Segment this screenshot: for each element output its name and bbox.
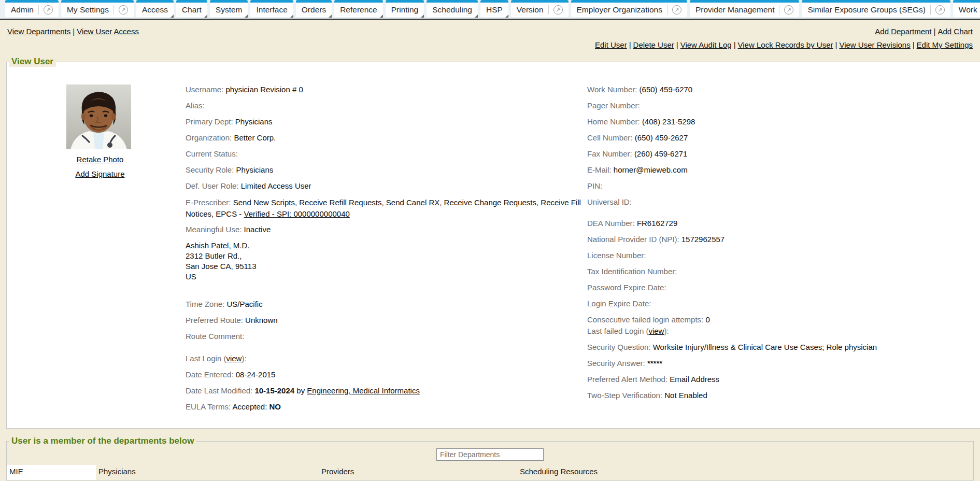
add-chart-link[interactable]: Add Chart: [938, 27, 973, 36]
tab-hsp[interactable]: HSP: [480, 0, 508, 17]
tab-provider-management[interactable]: Provider Management ↗: [690, 0, 800, 17]
tab-interface[interactable]: Interface: [250, 0, 293, 17]
nav-divider: [0, 19, 980, 20]
view-departments-link[interactable]: View Departments: [7, 27, 70, 36]
tab-work-locations[interactable]: Work Locations ↗: [953, 0, 980, 17]
popout-icon[interactable]: ↗: [44, 5, 53, 15]
epcs-verified-spi-link[interactable]: Verified - SPI: 0000000000040: [244, 209, 350, 218]
tab-separator: [779, 5, 779, 15]
delete-user-link[interactable]: Delete User: [633, 40, 674, 49]
department-cell[interactable]: Physicians: [96, 465, 319, 480]
last-login-view-link[interactable]: view: [226, 354, 242, 363]
field-last-login: Last Login (view):: [186, 353, 587, 363]
main-nav: Admin ↗ My Settings ↗ Access Chart Syste…: [0, 0, 980, 19]
link-separator: |: [734, 40, 736, 49]
tab-label: Version: [517, 5, 544, 15]
popout-icon[interactable]: ↗: [935, 5, 945, 15]
field-pin: PIN:: [587, 181, 980, 191]
field-password-expire: Password Expire Date:: [587, 282, 980, 292]
field-email: E-Mail: horner@mieweb.com: [587, 165, 980, 175]
tab-admin[interactable]: Admin ↗: [5, 0, 59, 17]
field-organization: Organization: Better Corp.: [186, 133, 587, 143]
tab-similar-exposure-groups[interactable]: Similar Exposure Groups (SEGs) ↗: [802, 0, 950, 17]
tab-label: Chart: [182, 5, 202, 15]
address-street: 2312 Butler Rd.,: [186, 251, 587, 261]
dropdown-corner-icon: [380, 15, 383, 18]
field-cell-number: Cell Number: (650) 459-2627: [587, 133, 980, 143]
popout-icon[interactable]: ↗: [784, 5, 793, 15]
retake-photo-link[interactable]: Retake Photo: [66, 155, 134, 164]
left-links: View Departments|View User Access: [7, 27, 139, 36]
address-city: San Jose CA, 95113: [186, 261, 587, 272]
filter-departments-input[interactable]: [436, 448, 544, 461]
field-security-answer: Security Answer: *****: [587, 358, 980, 368]
tab-orders[interactable]: Orders: [296, 0, 332, 17]
field-fax-number: Fax Number: (260) 459-6271: [587, 149, 980, 159]
department-cell[interactable]: MIE: [7, 465, 96, 480]
last-failed-login-view-link[interactable]: view: [648, 327, 664, 335]
field-username: Username: physician Revision # 0: [186, 84, 587, 94]
tab-label: Scheduling: [432, 5, 472, 15]
field-security-question: Security Question: Worksite Injury/Illne…: [587, 342, 980, 352]
field-primary-dept: Primary Dept: Physicians: [186, 117, 587, 126]
tab-reference[interactable]: Reference: [334, 0, 383, 17]
view-user-access-link[interactable]: View User Access: [77, 27, 139, 36]
tab-system[interactable]: System: [210, 0, 248, 17]
tab-version[interactable]: Version ↗: [511, 0, 569, 17]
dropdown-corner-icon: [475, 15, 478, 18]
add-signature-link[interactable]: Add Signature: [66, 169, 134, 178]
tab-chart[interactable]: Chart: [176, 0, 207, 17]
field-meaningful-use: Meaningful Use: Inactive: [186, 224, 587, 234]
link-separator: |: [913, 40, 915, 49]
tab-my-settings[interactable]: My Settings ↗: [61, 0, 134, 17]
link-separator: |: [934, 27, 936, 36]
field-license-number: License Number:: [587, 250, 980, 260]
edit-user-link[interactable]: Edit User: [595, 40, 627, 49]
field-last-failed-login: Last failed Login (view):: [587, 326, 980, 336]
add-department-link[interactable]: Add Department: [875, 27, 931, 36]
view-lock-records-link[interactable]: View Lock Records by User: [738, 40, 833, 49]
field-failed-attempts: Consecutive failed login attempts: 0: [587, 315, 980, 324]
tab-employer-organizations[interactable]: Employer Organizations ↗: [571, 0, 687, 17]
dropdown-corner-icon: [505, 15, 508, 18]
field-date-entered: Date Entered: 08-24-2015: [186, 370, 587, 379]
view-user-revisions-link[interactable]: View User Revisions: [839, 40, 910, 49]
tab-label: Admin: [11, 5, 34, 15]
photo-column: Retake Photo Add Signature: [7, 84, 186, 418]
edit-my-settings-link[interactable]: Edit My Settings: [917, 40, 973, 49]
view-user-panel: View User: [6, 56, 980, 429]
tab-printing[interactable]: Printing: [386, 0, 424, 17]
field-home-number: Home Number: (408) 231-5298: [587, 117, 980, 126]
field-pager-number: Pager Number:: [587, 101, 980, 110]
link-separator: |: [835, 40, 837, 49]
address-country: US: [186, 272, 587, 282]
tab-separator: [930, 5, 931, 15]
field-dea-number: DEA Number: FR6162729: [587, 218, 980, 228]
field-alias: Alias:: [186, 101, 587, 110]
dropdown-corner-icon: [204, 15, 207, 18]
field-universal-id: Universal ID:: [587, 197, 980, 207]
dropdown-corner-icon: [171, 15, 174, 18]
field-security-role: Security Role: Physicians: [186, 165, 587, 175]
popout-icon[interactable]: ↗: [553, 5, 563, 15]
tab-separator: [38, 5, 39, 15]
view-audit-log-link[interactable]: View Audit Log: [680, 40, 732, 49]
user-address: Ashish Patel, M.D. 2312 Butler Rd., San …: [186, 240, 587, 282]
tab-label: Interface: [256, 5, 287, 15]
department-cell[interactable]: Scheduling Resources: [517, 465, 973, 480]
tab-access[interactable]: Access: [136, 0, 174, 17]
tab-label: Access: [142, 5, 168, 15]
modified-by-user-link[interactable]: Engineering, Medical Informatics: [307, 386, 420, 395]
departments-panel: User is a member of the departments belo…: [6, 436, 974, 480]
tab-label: System: [216, 5, 243, 15]
popout-icon[interactable]: ↗: [672, 5, 681, 15]
department-row[interactable]: MIE Physicians Providers Scheduling Reso…: [7, 465, 973, 480]
popout-icon[interactable]: ↗: [119, 5, 128, 15]
tab-label: Employer Organizations: [577, 5, 662, 15]
tab-scheduling[interactable]: Scheduling: [427, 0, 478, 17]
field-route-comment: Route Comment:: [186, 331, 587, 341]
field-e-prescriber: E-Prescriber: Send New Scripts, Receive …: [186, 197, 587, 220]
tab-label: HSP: [486, 5, 503, 15]
field-work-number: Work Number: (650) 459-6270: [587, 84, 980, 94]
department-cell[interactable]: Providers: [319, 465, 517, 480]
